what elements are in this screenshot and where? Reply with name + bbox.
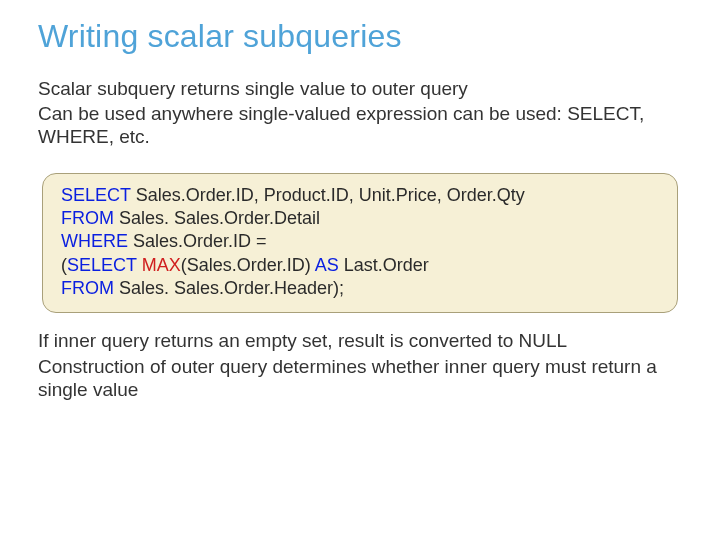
code-text: (Sales.Order.ID) [181, 255, 315, 275]
keyword-from: FROM [61, 208, 114, 228]
keyword-select-sub: SELECT [67, 255, 137, 275]
code-text: Sales.Order.ID = [128, 231, 267, 251]
outro-line-1: If inner query returns an empty set, res… [38, 329, 682, 352]
code-line-4: (SELECT MAX(Sales.Order.ID) AS Last.Orde… [61, 254, 659, 277]
code-text: Sales. Sales.Order.Detail [114, 208, 320, 228]
intro-line-1: Scalar subquery returns single value to … [38, 77, 682, 100]
slide-title: Writing scalar subqueries [38, 18, 682, 55]
code-line-1: SELECT Sales.Order.ID, Product.ID, Unit.… [61, 184, 659, 207]
code-line-2: FROM Sales. Sales.Order.Detail [61, 207, 659, 230]
code-line-5: FROM Sales. Sales.Order.Header); [61, 277, 659, 300]
keyword-where: WHERE [61, 231, 128, 251]
keyword-select: SELECT [61, 185, 131, 205]
code-text: Sales. Sales.Order.Header); [114, 278, 344, 298]
keyword-max: MAX [142, 255, 181, 275]
keyword-from-sub: FROM [61, 278, 114, 298]
intro-line-2: Can be used anywhere single-valued expre… [38, 102, 682, 148]
code-text: Last.Order [339, 255, 429, 275]
keyword-as: AS [315, 255, 339, 275]
outro-line-2: Construction of outer query determines w… [38, 355, 682, 401]
code-block: SELECT Sales.Order.ID, Product.ID, Unit.… [42, 173, 678, 314]
code-line-3: WHERE Sales.Order.ID = [61, 230, 659, 253]
code-text: Sales.Order.ID, Product.ID, Unit.Price, … [131, 185, 525, 205]
